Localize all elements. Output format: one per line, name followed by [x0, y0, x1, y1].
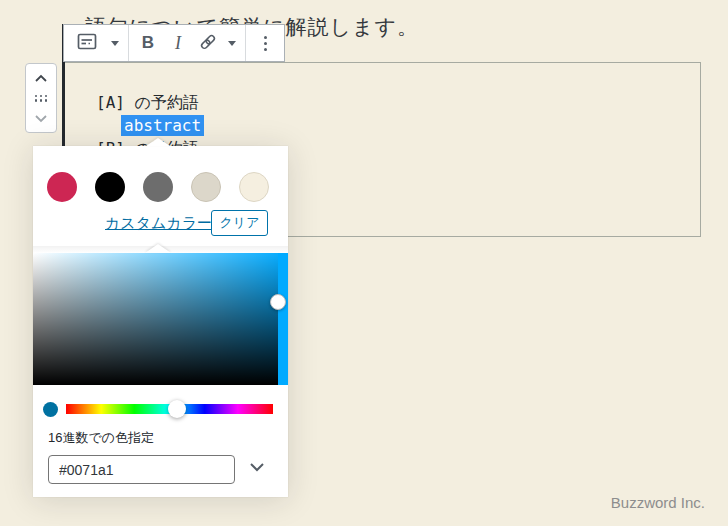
editor-screen: 語句について簡単に解説します。 [A] の予約語 abstract [B] の予… [0, 0, 728, 526]
code-line[interactable]: abstract [121, 116, 204, 136]
site-credit: Buzzword Inc. [611, 494, 705, 511]
selected-text[interactable]: abstract [121, 115, 204, 136]
link-icon [197, 31, 219, 56]
swatch-background[interactable] [239, 172, 269, 202]
kebab-menu-icon [250, 36, 280, 51]
text-color-popover: カスタムカラー クリア 16進数での色指定 [33, 146, 288, 497]
hue-row [33, 396, 288, 422]
hex-color-input[interactable] [48, 455, 235, 484]
bold-icon: B [142, 33, 154, 53]
picker-popover-arrow-icon [145, 244, 171, 253]
custom-color-row: カスタムカラー クリア [33, 210, 288, 238]
preformatted-block-icon [75, 30, 99, 57]
custom-color-link[interactable]: カスタムカラー [105, 214, 212, 233]
block-toolbar: B I [63, 24, 285, 62]
move-down-button[interactable] [33, 109, 49, 127]
block-type-button[interactable] [68, 27, 106, 59]
swatch-primary[interactable] [95, 172, 125, 202]
formatting-group: B I [128, 25, 245, 61]
block-switcher-dropdown-icon[interactable] [111, 41, 119, 46]
bold-button[interactable]: B [133, 27, 163, 59]
block-switcher-group [64, 25, 128, 61]
hue-slider-handle[interactable] [168, 400, 186, 418]
saturation-handle[interactable] [270, 294, 286, 310]
hex-color-label: 16進数での色指定 [48, 429, 273, 447]
italic-icon: I [175, 33, 181, 54]
italic-button[interactable]: I [163, 27, 193, 59]
hex-section: 16進数での色指定 [48, 429, 273, 484]
swatch-subtle-background[interactable] [191, 172, 221, 202]
move-up-button[interactable] [33, 69, 49, 87]
current-color-swatch [43, 402, 58, 417]
hue-strip-edge [278, 253, 288, 385]
swatch-secondary[interactable] [143, 172, 173, 202]
link-button[interactable] [193, 27, 223, 59]
block-mover [25, 63, 57, 133]
drag-handle-icon[interactable] [35, 95, 48, 102]
clear-color-button[interactable]: クリア [211, 210, 268, 236]
chevron-down-icon [249, 460, 265, 475]
more-options-button[interactable] [250, 27, 280, 59]
swatch-accent[interactable] [47, 172, 77, 202]
options-group [245, 25, 284, 61]
picker-collapse-button[interactable] [241, 451, 273, 483]
code-line[interactable]: [A] の予約語 [96, 93, 199, 113]
color-swatches [47, 172, 269, 202]
saturation-gradient[interactable] [33, 253, 288, 385]
more-formatting-dropdown-icon[interactable] [228, 41, 236, 46]
popover-arrow-icon [146, 138, 170, 146]
